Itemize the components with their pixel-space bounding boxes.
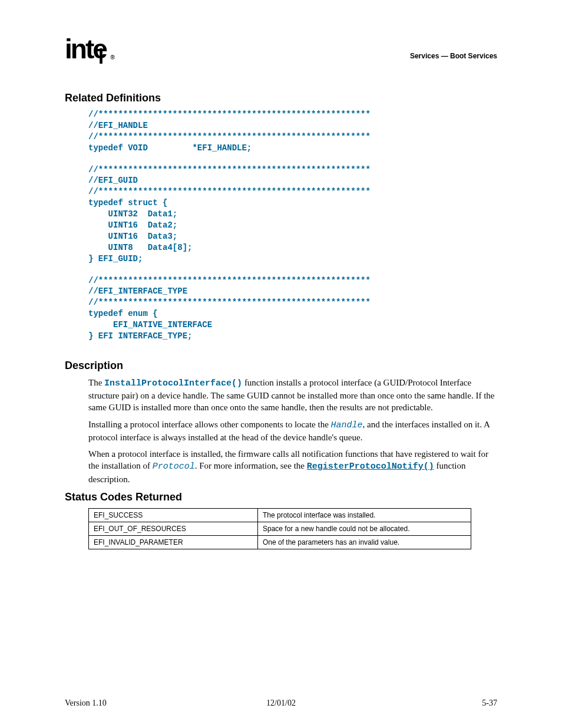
status-desc-cell: Space for a new handle could not be allo… (258, 522, 471, 535)
code-ref-register-notify[interactable]: RegisterProtocolNotify() (307, 462, 434, 472)
description-paragraph-1: The InstallProtocolInterface() function … (65, 377, 497, 414)
code-ref-install: InstallProtocolInterface() (104, 378, 242, 388)
status-codes-table: EFI_SUCCESS The protocol interface was i… (88, 508, 471, 549)
related-definitions-heading: Related Definitions (65, 92, 497, 104)
table-row: EFI_INVALID_PARAMETER One of the paramet… (89, 535, 471, 549)
status-desc-cell: The protocol interface was installed. (258, 508, 471, 522)
code-ref-handle: Handle (331, 420, 363, 430)
status-desc-cell: One of the parameters has an invalid val… (258, 535, 471, 549)
status-code-cell: EFI_SUCCESS (89, 508, 258, 522)
description-paragraph-2: Installing a protocol interface allows o… (65, 419, 497, 444)
section-header: Services — Boot Services (410, 52, 497, 60)
status-code-cell: EFI_OUT_OF_RESOURCES (89, 522, 258, 535)
code-ref-protocol: Protocol (153, 462, 195, 472)
table-row: EFI_SUCCESS The protocol interface was i… (89, 508, 471, 522)
text-run: The (88, 378, 104, 387)
footer-page-number: 5-37 (482, 699, 497, 708)
code-block-efi-handle: //**************************************… (88, 109, 497, 154)
page: intel ® Services — Boot Services Related… (0, 0, 562, 728)
status-codes-heading: Status Codes Returned (65, 491, 497, 503)
code-block-efi-interface-type: //**************************************… (88, 275, 497, 342)
code-block-efi-guid: //**************************************… (88, 164, 497, 265)
text-run: Installing a protocol interface allows o… (88, 420, 331, 429)
text-run: . For more information, see the (195, 461, 307, 470)
status-code-cell: EFI_INVALID_PARAMETER (89, 535, 258, 549)
description-heading: Description (65, 360, 497, 372)
description-paragraph-3: When a protocol interface is installed, … (65, 448, 497, 485)
table-row: EFI_OUT_OF_RESOURCES Space for a new han… (89, 522, 471, 535)
footer-date: 12/01/02 (65, 699, 497, 708)
